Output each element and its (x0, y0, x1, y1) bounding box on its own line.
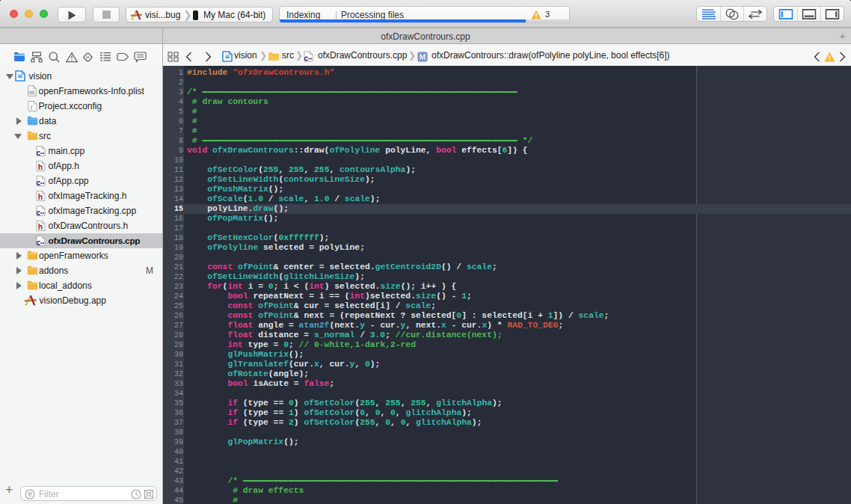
svg-text:t: t (31, 102, 33, 111)
svg-text:h: h (37, 162, 42, 170)
svg-text:M: M (420, 52, 426, 61)
svg-text:h: h (37, 221, 42, 230)
svg-text:h: h (37, 191, 42, 200)
